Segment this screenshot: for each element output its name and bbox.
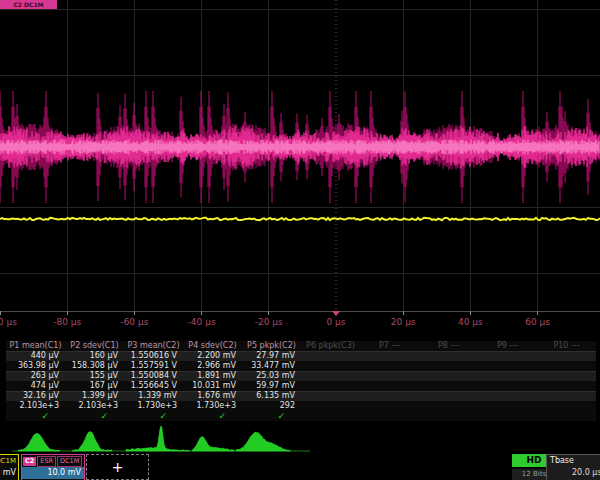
c2-esr-chip: ESR — [37, 456, 56, 467]
measure-value: 155 µV — [65, 371, 124, 381]
measure-row-max: 474 µV167 µV1.556645 V10.031 mV59.97 mV — [6, 381, 596, 391]
measure-value — [360, 361, 419, 371]
measure-param-header[interactable]: P10 --- — [537, 341, 596, 351]
measure-value — [537, 361, 596, 371]
measure-value: 1.891 mV — [183, 371, 242, 381]
measure-value: 1.339 mV — [124, 391, 183, 401]
measure-param-header[interactable]: P9 --- — [478, 341, 537, 351]
c1-coupling-label: DC1M — [0, 455, 18, 467]
measure-row-value: 440 µV160 µV1.550616 V2.200 mV27.97 mV — [6, 351, 596, 361]
measure-param-header[interactable]: P5 pkpk(C2) — [242, 341, 301, 351]
measure-value: 440 µV — [6, 351, 65, 361]
measure-histicon[interactable] — [126, 426, 190, 451]
measure-value: 2.103e+3 — [65, 401, 124, 411]
measure-value: 1.550084 V — [124, 371, 183, 381]
measure-histicon[interactable] — [192, 437, 234, 451]
measure-value: 27.97 mV — [242, 351, 301, 361]
measure-value: 2.103e+3 — [6, 401, 65, 411]
measure-param-header[interactable]: P4 sdev(C2) — [183, 341, 242, 351]
measure-value — [301, 411, 360, 421]
measure-value — [478, 391, 537, 401]
timebase-scale-label: 20.0 µs/div — [547, 467, 600, 479]
status-check-icon: ✓ — [124, 411, 183, 421]
measure-value — [360, 391, 419, 401]
c1-scale-label: 10.0 mV — [0, 467, 18, 479]
measure-value: 1.730e+3 — [183, 401, 242, 411]
time-axis-label: 60 µs — [525, 317, 550, 327]
measure-value: 1.550616 V — [124, 351, 183, 361]
time-axis-labels: -100 µs-80 µs-60 µs-40 µs-20 µs0 µs20 µs… — [0, 317, 600, 329]
c1-descriptor[interactable]: DC1M 10.0 mV — [0, 454, 19, 480]
measure-value — [360, 381, 419, 391]
measure-value: 292 — [242, 401, 301, 411]
measure-histicon[interactable] — [72, 432, 112, 451]
measure-row-num: 2.103e+32.103e+31.730e+31.730e+3292 — [6, 401, 596, 411]
measure-value — [419, 401, 478, 411]
measure-param-header[interactable]: P1 mean(C1) — [6, 341, 65, 351]
measure-value: 25.03 mV — [242, 371, 301, 381]
trace-annotation-chip[interactable]: C2 DC1M — [0, 0, 57, 9]
measure-table: P1 mean(C1)P2 sdev(C1)P3 mean(C2)P4 sdev… — [6, 341, 596, 421]
time-axis-label: -20 µs — [255, 317, 283, 327]
measure-histicon[interactable] — [236, 432, 290, 451]
measure-value: 160 µV — [65, 351, 124, 361]
measure-value: 363.98 µV — [6, 361, 65, 371]
measure-value — [537, 411, 596, 421]
c2-scale-label: 10.0 mV — [22, 467, 84, 479]
timebase-descriptor[interactable]: Tbase 20.0 µs/div — [546, 454, 600, 480]
measure-value — [419, 411, 478, 421]
measure-value: 1.399 µV — [65, 391, 124, 401]
measure-value: 167 µV — [65, 381, 124, 391]
measure-row-sdev: 32.16 µV1.399 µV1.339 mV1.676 mV6.135 mV — [6, 391, 596, 401]
histicon-strip[interactable] — [0, 426, 600, 453]
measure-param-header[interactable]: P2 sdev(C1) — [65, 341, 124, 351]
measure-value — [419, 371, 478, 381]
oscilloscope-screen: C2 DC1M -100 µs-80 µs-60 µs-40 µs-20 µs0… — [0, 0, 600, 480]
measure-value — [537, 401, 596, 411]
measure-row-mean: 363.98 µV158.308 µV1.557591 V2.966 mV33.… — [6, 361, 596, 371]
measure-value — [360, 401, 419, 411]
measure-value: 1.676 mV — [183, 391, 242, 401]
time-axis-label: -80 µs — [53, 317, 81, 327]
measure-value — [537, 351, 596, 361]
measure-value: 2.966 mV — [183, 361, 242, 371]
time-axis-label: 20 µs — [391, 317, 416, 327]
measure-value: 59.97 mV — [242, 381, 301, 391]
measure-value — [478, 361, 537, 371]
add-trace-button[interactable]: + — [86, 454, 149, 480]
status-check-icon: ✓ — [6, 411, 65, 421]
measure-value — [537, 391, 596, 401]
measure-value — [537, 371, 596, 381]
time-axis-label: -100 µs — [0, 317, 17, 327]
measure-value — [301, 371, 360, 381]
measure-value — [301, 391, 360, 401]
measure-histicon[interactable] — [18, 433, 60, 451]
measure-value: 1.730e+3 — [124, 401, 183, 411]
measure-value: 158.308 µV — [65, 361, 124, 371]
c2-descriptor[interactable]: C2 ESR DC1M 10.0 mV — [21, 454, 85, 480]
status-check-icon: ✓ — [65, 411, 124, 421]
timebase-label: Tbase — [547, 455, 600, 467]
measure-param-header[interactable]: P3 mean(C2) — [124, 341, 183, 351]
measure-value — [478, 371, 537, 381]
measure-value: 263 µV — [6, 371, 65, 381]
measure-value: 10.031 mV — [183, 381, 242, 391]
measure-param-header[interactable]: P6 pkpk(C3) — [301, 341, 360, 351]
trigger-marker-icon[interactable] — [332, 311, 340, 316]
measure-value: 1.557591 V — [124, 361, 183, 371]
status-check-icon: ✓ — [183, 411, 242, 421]
measure-value — [537, 381, 596, 391]
measure-value — [301, 401, 360, 411]
status-check-icon: ✓ — [242, 411, 301, 421]
trace-c1 — [0, 218, 600, 220]
measure-param-header[interactable]: P8 --- — [419, 341, 478, 351]
measure-value — [301, 381, 360, 391]
measure-value: 2.200 mV — [183, 351, 242, 361]
measure-value — [478, 381, 537, 391]
measure-value — [478, 351, 537, 361]
measure-param-header[interactable]: P7 --- — [360, 341, 419, 351]
measure-value — [478, 401, 537, 411]
measure-value: 33.477 mV — [242, 361, 301, 371]
c2-coupling-chip: DC1M — [57, 456, 82, 467]
measure-value — [301, 351, 360, 361]
